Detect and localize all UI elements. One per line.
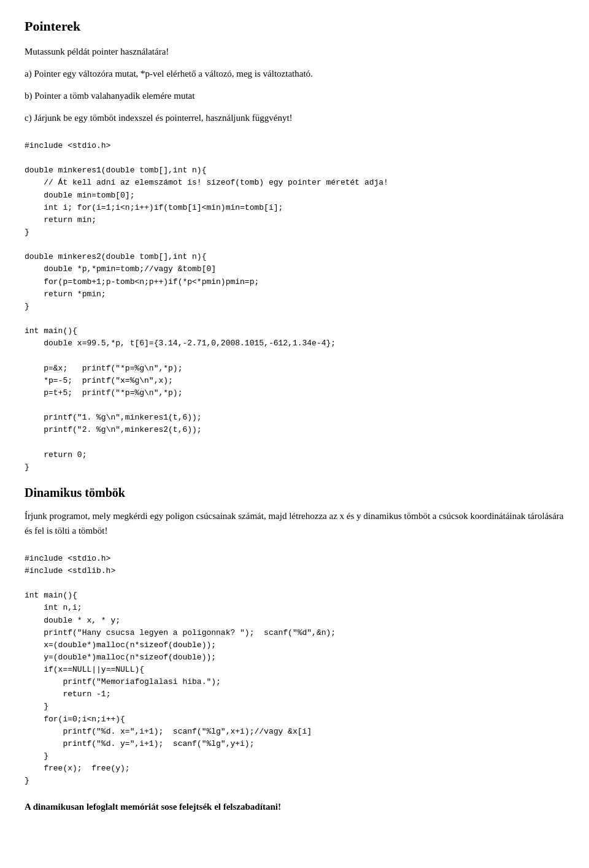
section2: Dinamikus tömbök Írjunk programot, mely … bbox=[25, 486, 564, 538]
code-text-2: #include <stdio.h> #include <stdlib.h> i… bbox=[25, 553, 564, 788]
section2-intro: Írjunk programot, mely megkérdi egy poli… bbox=[25, 509, 564, 538]
point-b: b) Pointer a tömb valahanyadik elemére m… bbox=[25, 88, 564, 103]
code-content-1: #include <stdio.h> double minkeres1(doub… bbox=[25, 141, 388, 472]
footer-section: A dinamikusan lefoglalt memóriát sose fe… bbox=[25, 799, 564, 814]
page-title: Pointerek bbox=[25, 18, 564, 34]
code-text-1: #include <stdio.h> double minkeres1(doub… bbox=[25, 140, 564, 474]
code-block-1: #include <stdio.h> double minkeres1(doub… bbox=[25, 140, 564, 474]
intro-line: Mutassunk példát pointer használatára! bbox=[25, 44, 564, 59]
footer-text-bold: A dinamikusan lefoglalt memóriát sose fe… bbox=[25, 802, 281, 812]
footer-text: A dinamikusan lefoglalt memóriát sose fe… bbox=[25, 799, 564, 814]
section2-title: Dinamikus tömbök bbox=[25, 486, 564, 500]
point-a: a) Pointer egy változóra mutat, *p-vel e… bbox=[25, 66, 564, 81]
code-block-2: #include <stdio.h> #include <stdlib.h> i… bbox=[25, 553, 564, 788]
intro-section: Mutassunk példát pointer használatára! a… bbox=[25, 44, 564, 125]
code-content-2: #include <stdio.h> #include <stdlib.h> i… bbox=[25, 554, 336, 786]
point-c: c) Járjunk be egy tömböt indexszel és po… bbox=[25, 110, 564, 125]
